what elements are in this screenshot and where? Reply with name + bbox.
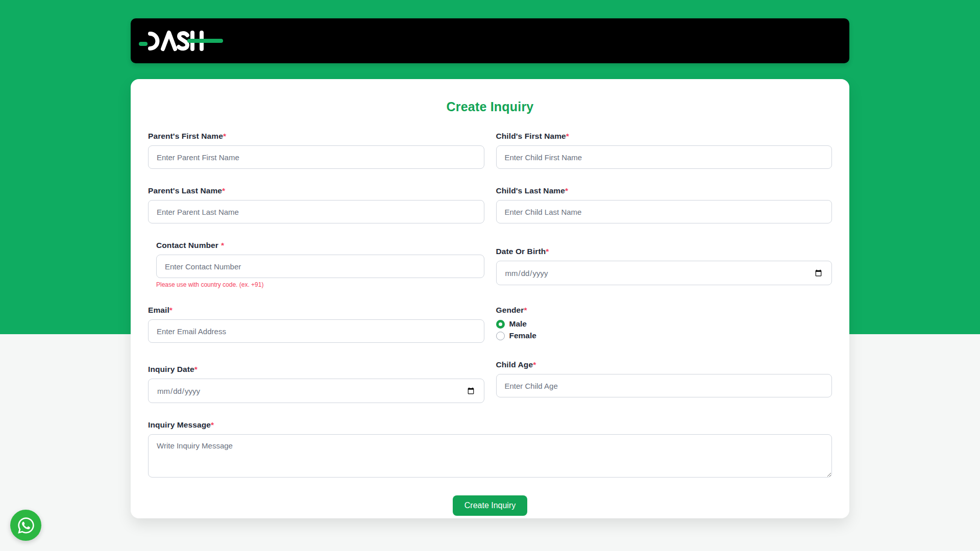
required-asterisk: * [211,420,214,429]
gender-radio-male[interactable]: Male [496,319,832,329]
label-text: Inquiry Date [148,365,194,373]
create-inquiry-card: Create Inquiry Parent's First Name* Chil… [131,79,849,518]
child-age-input[interactable] [496,374,832,397]
contact-country-code-hint: Please use with country code. (ex. +91) [156,281,484,288]
inquiry-date-input[interactable] [148,379,484,403]
page-title: Create Inquiry [148,99,832,114]
parent-first-name-label: Parent's First Name* [148,132,484,141]
required-asterisk: * [222,186,225,195]
child-first-name-group: Child's First Name* [496,132,832,169]
child-last-name-group: Child's Last Name* [496,186,832,223]
top-navigation-bar [131,18,849,63]
required-asterisk: * [565,186,568,195]
radio-female-label: Female [509,331,536,340]
parent-last-name-input[interactable] [148,200,484,223]
parent-last-name-label: Parent's Last Name* [148,186,484,195]
child-first-name-input[interactable] [496,145,832,169]
required-asterisk: * [194,365,198,373]
submit-row: Create Inquiry [148,495,832,516]
inquiry-message-textarea[interactable] [148,434,832,478]
parent-last-name-group: Parent's Last Name* [148,186,484,223]
create-inquiry-button[interactable]: Create Inquiry [453,495,528,516]
gender-radio-list: Male Female [496,319,832,340]
radio-male-label: Male [509,319,527,329]
date-of-birth-input[interactable] [496,261,832,285]
whatsapp-chat-button[interactable] [10,510,41,541]
label-text: Inquiry Message [148,420,211,429]
gender-label: Gender* [496,306,832,315]
label-text: Email [148,306,169,314]
gender-group: Gender* Male Female [496,306,832,343]
radio-female-icon[interactable] [496,332,505,340]
inquiry-message-group: Inquiry Message* [148,420,832,480]
inquiry-date-group: Inquiry Date* [148,365,484,403]
child-age-group: Child Age* [496,360,832,403]
parent-first-name-group: Parent's First Name* [148,132,484,169]
label-text: Gender [496,306,524,314]
label-text: Parent's First Name [148,132,223,140]
required-asterisk: * [221,241,224,249]
child-last-name-label: Child's Last Name* [496,186,832,195]
required-asterisk: * [546,247,549,256]
whatsapp-icon [17,516,35,535]
child-first-name-label: Child's First Name* [496,132,832,141]
inquiry-message-label: Inquiry Message* [148,420,832,430]
label-text: Child's Last Name [496,186,565,195]
email-label: Email* [148,306,484,315]
required-asterisk: * [533,360,536,369]
label-text: Child's First Name [496,132,566,140]
label-text: Contact Number [156,241,218,249]
label-text: Date Or Birth [496,247,546,256]
email-group: Email* [148,306,484,343]
radio-male-icon[interactable] [496,320,505,329]
inquiry-form: Parent's First Name* Child's First Name*… [148,132,832,480]
child-last-name-input[interactable] [496,200,832,223]
dash-logo-icon [138,30,226,52]
required-asterisk: * [524,306,527,314]
date-of-birth-label: Date Or Birth* [496,247,832,256]
label-text: Child Age [496,360,533,369]
date-of-birth-group: Date Or Birth* [496,247,832,288]
email-field[interactable] [148,319,484,343]
contact-number-label: Contact Number* [156,241,484,250]
contact-number-input[interactable] [156,255,484,278]
parent-first-name-input[interactable] [148,145,484,169]
gender-radio-female[interactable]: Female [496,331,832,340]
child-age-label: Child Age* [496,360,832,369]
inquiry-date-label: Inquiry Date* [148,365,484,374]
required-asterisk: * [566,132,569,140]
required-asterisk: * [223,132,226,140]
required-asterisk: * [169,306,173,314]
label-text: Parent's Last Name [148,186,222,195]
contact-number-group: Contact Number* Please use with country … [148,241,484,288]
